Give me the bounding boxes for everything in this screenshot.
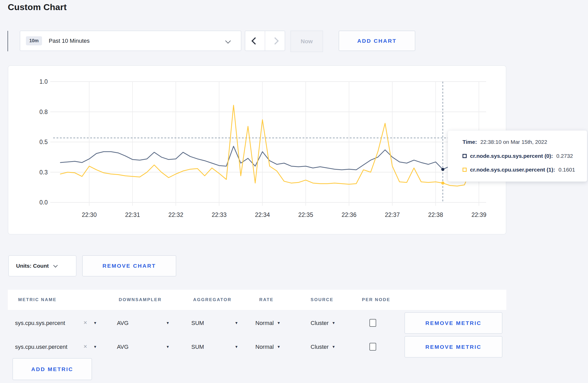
x-axis-tick-label: 22:35 <box>298 211 313 218</box>
series-line-1 <box>60 105 486 186</box>
per-node-checkbox[interactable] <box>369 319 376 327</box>
downsampler-caret-icon[interactable]: ▼ <box>166 336 170 358</box>
metric-name-value[interactable]: sys.cpu.sys.percent <box>15 312 65 334</box>
remove-chart-button[interactable]: REMOVE CHART <box>82 255 176 276</box>
metric-caret-icon[interactable]: ▼ <box>93 312 97 334</box>
tooltip-time-label: Time: <box>463 139 477 145</box>
metrics-table-header: METRIC NAME DOWNSAMPLER AGGREGATOR RATE … <box>8 290 506 310</box>
units-dropdown[interactable]: Units: Count <box>8 255 76 276</box>
tooltip-series-row: cr.node.sys.cpu.sys.percent (0): 0.2732 <box>463 153 573 159</box>
rate-caret-icon: ▼ <box>277 312 281 334</box>
y-axis-tick-label: 0.8 <box>39 109 48 115</box>
header-per-node: PER NODE <box>362 290 390 310</box>
time-range-label: Past 10 Minutes <box>49 38 90 44</box>
tooltip-series-name: cr.node.sys.cpu.user.percent (1): <box>470 167 555 173</box>
chart-tooltip: Time: 22:38:10 on Mar 15th, 2022 cr.node… <box>448 130 587 182</box>
left-divider <box>8 31 8 51</box>
x-axis-tick-label: 22:33 <box>212 211 227 218</box>
x-axis-tick-label: 22:32 <box>168 211 183 218</box>
chevron-right-icon <box>271 37 278 44</box>
header-rate: RATE <box>259 290 274 310</box>
rate-value: Normal <box>255 320 274 327</box>
hover-point-marker <box>441 181 444 185</box>
remove-metric-button[interactable]: REMOVE METRIC <box>404 336 502 358</box>
series-line-0 <box>60 146 486 170</box>
source-select[interactable]: Cluster ▼ <box>311 312 335 334</box>
user-series-legend-swatch-icon <box>463 168 467 172</box>
metric-caret-icon[interactable]: ▼ <box>93 336 97 358</box>
aggregator-select[interactable]: SUM <box>191 312 204 334</box>
y-axis-tick-label: 0.3 <box>39 169 48 176</box>
aggregator-caret-icon[interactable]: ▼ <box>235 312 238 334</box>
source-select[interactable]: Cluster ▼ <box>311 336 335 358</box>
time-nav-arrows <box>245 31 285 51</box>
x-axis-tick-label: 22:37 <box>385 211 400 218</box>
rate-value: Normal <box>255 344 274 350</box>
tooltip-series-row: cr.node.sys.cpu.user.percent (1): 0.1601 <box>463 167 575 173</box>
add-metric-button[interactable]: ADD METRIC <box>12 358 92 380</box>
page-title: Custom Chart <box>8 2 67 12</box>
tooltip-time-row: Time: 22:38:10 on Mar 15th, 2022 <box>463 139 547 145</box>
time-back-button[interactable] <box>245 31 265 51</box>
time-forward-button[interactable] <box>265 31 285 51</box>
downsampler-caret-icon[interactable]: ▼ <box>166 312 170 334</box>
metric-row: sys.cpu.sys.percent × ▼ AVG ▼ SUM ▼ Norm… <box>8 312 506 334</box>
hover-point-marker <box>441 168 444 171</box>
metric-row: sys.cpu.user.percent × ▼ AVG ▼ SUM ▼ Nor… <box>8 336 506 358</box>
aggregator-caret-icon[interactable]: ▼ <box>235 336 238 358</box>
x-axis-tick-label: 22:34 <box>255 211 270 218</box>
add-chart-button[interactable]: ADD CHART <box>339 31 415 51</box>
y-axis-tick-label: 1.0 <box>39 78 48 85</box>
chevron-down-icon <box>53 263 58 268</box>
tooltip-series-value: 0.1601 <box>558 167 575 173</box>
time-range-badge: 10m <box>26 36 42 45</box>
metric-name-value[interactable]: sys.cpu.user.percent <box>15 336 67 358</box>
x-axis-tick-label: 22:38 <box>428 211 443 218</box>
source-caret-icon: ▼ <box>332 312 335 334</box>
y-axis-tick-label: 0.0 <box>39 199 48 206</box>
rate-select[interactable]: Normal ▼ <box>255 312 281 334</box>
tooltip-series-name: cr.node.sys.cpu.sys.percent (0): <box>470 153 553 159</box>
per-node-checkbox[interactable] <box>369 343 376 351</box>
clear-metric-icon[interactable]: × <box>83 312 87 333</box>
clear-metric-icon[interactable]: × <box>83 336 87 357</box>
source-caret-icon: ▼ <box>332 336 335 358</box>
aggregator-select[interactable]: SUM <box>191 336 204 358</box>
downsampler-select[interactable]: AVG <box>117 336 129 358</box>
chevron-down-icon <box>225 38 231 44</box>
downsampler-select[interactable]: AVG <box>117 312 129 334</box>
x-axis-tick-label: 22:39 <box>471 211 486 218</box>
custom-chart-page: Custom Chart 10m Past 10 Minutes Now ADD… <box>0 0 588 383</box>
chart-panel: 0.00.30.50.81.022:3022:3122:3222:3322:34… <box>8 65 506 235</box>
source-value: Cluster <box>311 320 329 327</box>
time-range-dropdown[interactable]: 10m Past 10 Minutes <box>20 31 241 51</box>
timeseries-chart[interactable]: 0.00.30.50.81.022:3022:3122:3222:3322:34… <box>8 66 506 234</box>
sys-series-legend-swatch-icon <box>463 154 467 158</box>
rate-caret-icon: ▼ <box>277 336 281 358</box>
units-label: Units: Count <box>16 263 49 269</box>
header-metric-name: METRIC NAME <box>18 290 57 310</box>
x-axis-tick-label: 22:36 <box>341 211 356 218</box>
header-aggregator: AGGREGATOR <box>193 290 232 310</box>
now-button[interactable]: Now <box>290 31 323 52</box>
source-value: Cluster <box>311 344 329 350</box>
y-axis-tick-label: 0.5 <box>39 139 48 145</box>
rate-select[interactable]: Normal ▼ <box>255 336 281 358</box>
tooltip-time-value: 22:38:10 on Mar 15th, 2022 <box>480 139 547 145</box>
chevron-left-icon <box>251 37 258 44</box>
x-axis-tick-label: 22:31 <box>125 211 140 218</box>
remove-metric-button[interactable]: REMOVE METRIC <box>404 312 502 334</box>
x-axis-tick-label: 22:30 <box>82 211 97 218</box>
header-source: SOURCE <box>311 290 333 310</box>
tooltip-series-value: 0.2732 <box>556 153 573 159</box>
header-downsampler: DOWNSAMPLER <box>119 290 162 310</box>
